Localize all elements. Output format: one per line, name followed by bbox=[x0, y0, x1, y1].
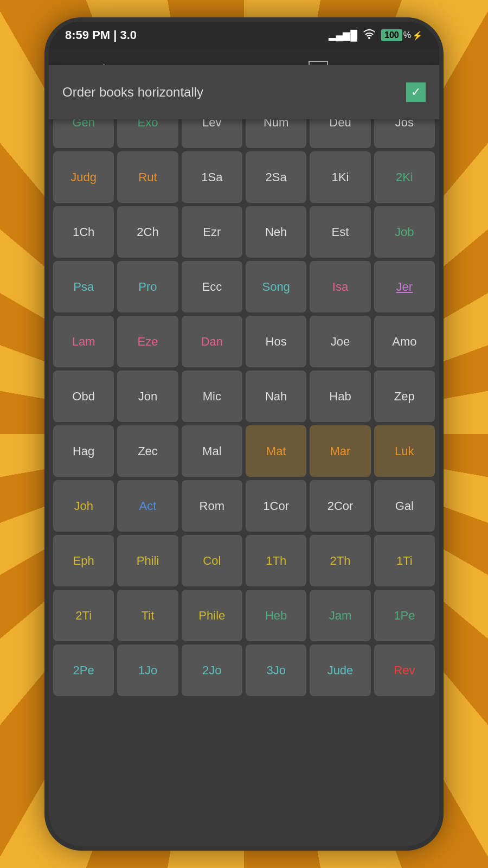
book-label: Est bbox=[332, 225, 349, 239]
book-cell[interactable]: 1Pe bbox=[374, 590, 435, 641]
book-cell[interactable]: Luk bbox=[374, 425, 435, 477]
book-cell[interactable]: Joe bbox=[310, 316, 370, 367]
book-cell[interactable]: Jam bbox=[310, 590, 370, 641]
book-cell[interactable]: Heb bbox=[246, 590, 306, 641]
book-cell[interactable]: Amo bbox=[374, 316, 435, 367]
book-label: 1Th bbox=[266, 554, 286, 568]
book-label: 2Sa bbox=[266, 170, 287, 184]
book-label: 1Ti bbox=[396, 554, 413, 568]
book-cell[interactable]: 1Sa bbox=[182, 151, 242, 203]
book-cell[interactable]: Phili bbox=[117, 535, 178, 586]
book-cell[interactable]: 1Cor bbox=[246, 480, 306, 532]
book-label: Gal bbox=[395, 499, 414, 513]
book-label: Hos bbox=[266, 335, 287, 349]
book-cell[interactable]: 2Pe bbox=[53, 644, 114, 696]
book-cell[interactable]: 1Th bbox=[246, 535, 306, 586]
book-cell[interactable]: Neh bbox=[246, 206, 306, 258]
order-books-option: Order books horizontally ✓ bbox=[62, 76, 426, 108]
wifi-icon bbox=[363, 29, 376, 42]
book-cell[interactable]: Joh bbox=[53, 480, 114, 532]
book-cell[interactable]: Hos bbox=[246, 316, 306, 367]
book-cell[interactable]: Nah bbox=[246, 371, 306, 422]
book-cell[interactable]: Mar bbox=[310, 425, 370, 477]
book-cell[interactable]: Job bbox=[374, 206, 435, 258]
book-cell[interactable]: Dan bbox=[182, 316, 242, 367]
book-label: Hag bbox=[73, 444, 94, 458]
book-cell[interactable]: Zep bbox=[374, 371, 435, 422]
book-cell[interactable]: Est bbox=[310, 206, 370, 258]
book-cell[interactable]: 2Cor bbox=[310, 480, 370, 532]
books-grid-container[interactable]: GenExoLevNumDeuJosJudgRut1Sa2Sa1Ki2Ki1Ch… bbox=[49, 92, 439, 846]
book-cell[interactable]: Rom bbox=[182, 480, 242, 532]
book-cell[interactable]: 2Jo bbox=[182, 644, 242, 696]
book-label: Joe bbox=[331, 335, 350, 349]
book-cell[interactable]: Eph bbox=[53, 535, 114, 586]
book-cell[interactable]: Obd bbox=[53, 371, 114, 422]
book-label: Col bbox=[203, 554, 221, 568]
book-cell[interactable]: Hag bbox=[53, 425, 114, 477]
book-cell[interactable]: 2Ki bbox=[374, 151, 435, 203]
book-cell[interactable]: 1Jo bbox=[117, 644, 178, 696]
book-label: Mat bbox=[266, 444, 286, 458]
book-label: Rut bbox=[138, 170, 157, 184]
book-label: Hab bbox=[329, 390, 351, 404]
book-cell[interactable]: Isa bbox=[310, 261, 370, 312]
book-cell[interactable]: Zec bbox=[117, 425, 178, 477]
book-cell[interactable]: Tit bbox=[117, 590, 178, 641]
book-cell[interactable]: Rev bbox=[374, 644, 435, 696]
book-label: Isa bbox=[332, 280, 348, 294]
book-label: Jon bbox=[138, 390, 157, 404]
book-label: Ezr bbox=[203, 225, 221, 239]
book-label: Zep bbox=[394, 390, 415, 404]
book-label: Luk bbox=[395, 444, 414, 458]
book-cell[interactable]: Phile bbox=[182, 590, 242, 641]
book-cell[interactable]: 1Ch bbox=[53, 206, 114, 258]
book-cell[interactable]: Psa bbox=[53, 261, 114, 312]
book-cell[interactable]: Ezr bbox=[182, 206, 242, 258]
book-label: Judg bbox=[70, 170, 97, 184]
book-cell[interactable]: Mic bbox=[182, 371, 242, 422]
book-label: 1Jo bbox=[138, 663, 157, 678]
book-cell[interactable]: Rut bbox=[117, 151, 178, 203]
book-label: Mar bbox=[330, 444, 351, 458]
book-label: Dan bbox=[201, 335, 223, 349]
book-label: Mal bbox=[202, 444, 221, 458]
book-cell[interactable]: Hab bbox=[310, 371, 370, 422]
book-cell[interactable]: Jer bbox=[374, 261, 435, 312]
book-label: Heb bbox=[265, 609, 287, 623]
book-cell[interactable]: Jude bbox=[310, 644, 370, 696]
book-label: Mic bbox=[203, 390, 221, 404]
book-cell[interactable]: Eze bbox=[117, 316, 178, 367]
battery-icon: 100% ⚡ bbox=[381, 29, 423, 41]
book-cell[interactable]: Act bbox=[117, 480, 178, 532]
signal-icon: ▂▄▆█ bbox=[329, 29, 358, 41]
book-label: Eph bbox=[73, 554, 94, 568]
book-cell[interactable]: Jon bbox=[117, 371, 178, 422]
book-cell[interactable]: Judg bbox=[53, 151, 114, 203]
book-cell[interactable]: Mat bbox=[246, 425, 306, 477]
book-cell[interactable]: Ecc bbox=[182, 261, 242, 312]
book-cell[interactable]: 2Ti bbox=[53, 590, 114, 641]
book-label: 2Cor bbox=[328, 499, 354, 513]
book-cell[interactable]: Gal bbox=[374, 480, 435, 532]
book-label: 1Cor bbox=[263, 499, 289, 513]
book-cell[interactable]: 2Th bbox=[310, 535, 370, 586]
book-label: Eze bbox=[138, 335, 158, 349]
book-cell[interactable]: Col bbox=[182, 535, 242, 586]
book-label: Act bbox=[139, 499, 157, 513]
book-cell[interactable]: Lam bbox=[53, 316, 114, 367]
book-cell[interactable]: 3Jo bbox=[246, 644, 306, 696]
book-cell[interactable]: Mal bbox=[182, 425, 242, 477]
status-icons: ▂▄▆█ 100% ⚡ bbox=[329, 29, 423, 42]
book-label: 2Pe bbox=[73, 663, 94, 678]
order-books-checkbox[interactable]: ✓ bbox=[406, 82, 426, 102]
book-cell[interactable]: Pro bbox=[117, 261, 178, 312]
book-cell[interactable]: 1Ki bbox=[310, 151, 370, 203]
book-cell[interactable]: Song bbox=[246, 261, 306, 312]
screen: ← Choose B Alphabetical order Order book… bbox=[49, 49, 439, 846]
book-label: Amo bbox=[392, 335, 416, 349]
book-cell[interactable]: 2Sa bbox=[246, 151, 306, 203]
book-label: Song bbox=[262, 280, 290, 294]
book-cell[interactable]: 2Ch bbox=[117, 206, 178, 258]
book-cell[interactable]: 1Ti bbox=[374, 535, 435, 586]
